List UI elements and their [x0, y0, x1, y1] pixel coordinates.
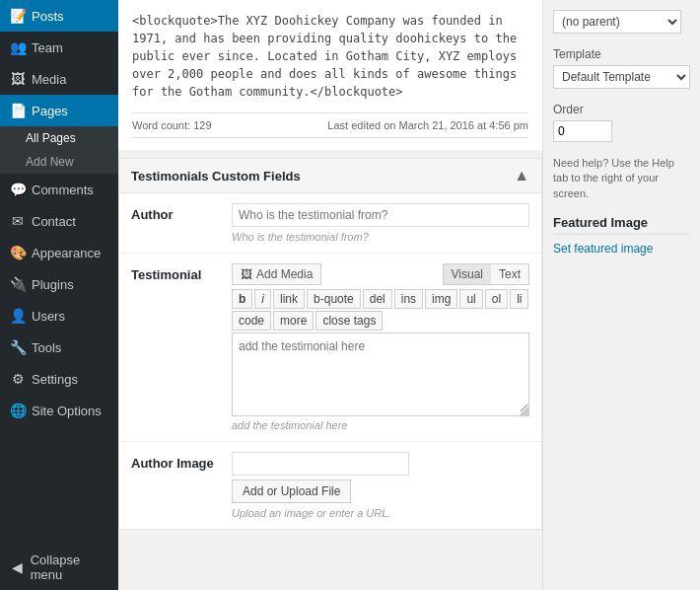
sidebar-item-site-options[interactable]: 🌐 Site Options: [0, 395, 118, 426]
sidebar-item-label: Team: [32, 40, 63, 55]
upload-file-button[interactable]: Add or Upload File: [232, 479, 351, 503]
featured-image-title: Featured Image: [553, 215, 690, 235]
sidebar-item-label: Appearance: [32, 246, 101, 260]
sidebar: 📝 Posts 👥 Team 🖼 Media 📄 Pages All Pages…: [0, 0, 118, 590]
sidebar-item-all-pages[interactable]: All Pages: [0, 126, 118, 150]
sidebar-item-users[interactable]: 👤 Users: [0, 300, 118, 332]
add-media-icon: 🖼: [241, 267, 252, 281]
help-text: Need help? Use the Help tab to the right…: [553, 156, 690, 201]
featured-image-section: Featured Image Set featured image: [553, 215, 690, 256]
testimonial-label: Testimonial: [131, 263, 220, 282]
italic-button[interactable]: i: [254, 289, 271, 309]
section-toggle[interactable]: ▲: [514, 167, 529, 184]
testimonial-textarea[interactable]: [233, 333, 528, 412]
author-hint: Who is the testimonial from?: [232, 231, 529, 243]
sidebar-item-contact[interactable]: ✉ Contact: [0, 205, 118, 237]
template-label: Template: [553, 47, 690, 61]
author-label: Author: [131, 203, 220, 222]
add-media-label: Add Media: [256, 267, 313, 281]
word-count-bar: Word count: 129 Last edited on March 21,…: [132, 112, 528, 138]
sidebar-item-tools[interactable]: 🔧 Tools: [0, 332, 118, 363]
sidebar-item-label: Posts: [32, 9, 64, 24]
pages-submenu: All Pages Add New: [0, 126, 118, 174]
format-bar-2: code more close tags: [232, 311, 529, 331]
sidebar-item-label: Users: [32, 309, 65, 324]
resize-handle[interactable]: [519, 406, 528, 415]
sidebar-item-comments[interactable]: 💬 Comments: [0, 174, 118, 205]
author-image-row: Author Image Add or Upload File Upload a…: [119, 442, 541, 529]
pages-icon: 📄: [10, 103, 26, 118]
sidebar-item-posts[interactable]: 📝 Posts: [0, 0, 118, 32]
custom-fields-section: Testimonials Custom Fields ▲ Author Who …: [118, 158, 542, 530]
main-area: <blockquote>The XYZ Doohickey Company wa…: [118, 0, 700, 590]
sidebar-item-label: Plugins: [32, 277, 74, 292]
testimonial-field-content: 🖼 Add Media Visual Text b i link b-quote: [232, 263, 529, 431]
contact-icon: ✉: [10, 213, 26, 229]
section-title: Testimonials Custom Fields: [131, 169, 301, 184]
link-button[interactable]: link: [273, 289, 305, 309]
comments-icon: 💬: [10, 182, 26, 197]
sidebar-item-media[interactable]: 🖼 Media: [0, 63, 118, 95]
sidebar-item-label: Comments: [32, 183, 94, 197]
sidebar-item-plugins[interactable]: 🔌 Plugins: [0, 268, 118, 300]
sidebar-item-label: Collapse menu: [31, 553, 108, 582]
collapse-icon: ◀: [10, 559, 25, 575]
set-featured-image-link[interactable]: Set featured image: [553, 242, 653, 256]
order-group: Order: [553, 103, 690, 142]
editor-toolbar-top: 🖼 Add Media Visual Text: [232, 263, 529, 285]
parent-group: (no parent): [553, 10, 690, 34]
template-select[interactable]: Default Template: [553, 65, 690, 89]
text-tab[interactable]: Text: [491, 264, 528, 284]
ul-button[interactable]: ul: [459, 289, 482, 309]
order-input[interactable]: [553, 120, 612, 142]
plugins-icon: 🔌: [10, 276, 26, 292]
img-button[interactable]: img: [425, 289, 457, 309]
author-field-content: Who is the testimonial from?: [232, 203, 529, 243]
testimonial-editor-area: [232, 332, 529, 416]
author-field-row: Author Who is the testimonial from?: [119, 193, 541, 254]
posts-icon: 📝: [10, 8, 26, 24]
ins-button[interactable]: ins: [394, 289, 423, 309]
media-icon: 🖼: [10, 71, 26, 87]
parent-select[interactable]: (no parent): [553, 10, 681, 34]
section-header[interactable]: Testimonials Custom Fields ▲: [119, 159, 541, 193]
sidebar-item-label: Pages: [32, 104, 68, 118]
sidebar-item-settings[interactable]: ⚙ Settings: [0, 363, 118, 395]
visual-text-tabs: Visual Text: [443, 263, 529, 285]
tools-icon: 🔧: [10, 339, 26, 355]
blockquote-text: <blockquote>The XYZ Doohickey Company wa…: [132, 12, 528, 112]
upload-hint: Upload an image or enter a URL.: [232, 507, 529, 519]
li-button[interactable]: li: [510, 289, 528, 309]
content-area: <blockquote>The XYZ Doohickey Company wa…: [118, 0, 542, 590]
sidebar-item-pages[interactable]: 📄 Pages: [0, 95, 118, 126]
sidebar-item-label: Media: [32, 72, 66, 87]
add-media-button[interactable]: 🖼 Add Media: [232, 263, 321, 285]
last-edited: Last edited on March 21, 2016 at 4:56 pm: [327, 119, 528, 131]
author-image-input[interactable]: [232, 452, 409, 476]
sidebar-item-add-new[interactable]: Add New: [0, 150, 118, 174]
editor-content: <blockquote>The XYZ Doohickey Company wa…: [118, 0, 542, 150]
sidebar-item-label: Contact: [32, 214, 76, 229]
sidebar-item-collapse[interactable]: ◀ Collapse menu: [0, 545, 118, 590]
author-image-label: Author Image: [131, 452, 220, 471]
more-button[interactable]: more: [273, 311, 314, 331]
template-group: Template Default Template: [553, 47, 690, 89]
author-image-content: Add or Upload File Upload an image or en…: [232, 452, 529, 519]
order-label: Order: [553, 103, 690, 116]
team-icon: 👥: [10, 39, 26, 55]
visual-tab[interactable]: Visual: [444, 264, 491, 284]
author-input[interactable]: [232, 203, 529, 227]
bquote-button[interactable]: b-quote: [307, 289, 361, 309]
sidebar-item-team[interactable]: 👥 Team: [0, 32, 118, 63]
users-icon: 👤: [10, 308, 26, 324]
testimonial-field-row: Testimonial 🖼 Add Media Visual Text b: [119, 254, 541, 442]
del-button[interactable]: del: [363, 289, 392, 309]
bold-button[interactable]: b: [232, 289, 252, 309]
format-bar-1: b i link b-quote del ins img ul ol li: [232, 289, 529, 309]
ol-button[interactable]: ol: [485, 289, 508, 309]
sidebar-item-appearance[interactable]: 🎨 Appearance: [0, 237, 118, 268]
right-sidebar: (no parent) Template Default Template Or…: [542, 0, 700, 590]
close-tags-button[interactable]: close tags: [315, 311, 383, 331]
sidebar-item-label: Settings: [32, 372, 78, 387]
code-button[interactable]: code: [232, 311, 271, 331]
